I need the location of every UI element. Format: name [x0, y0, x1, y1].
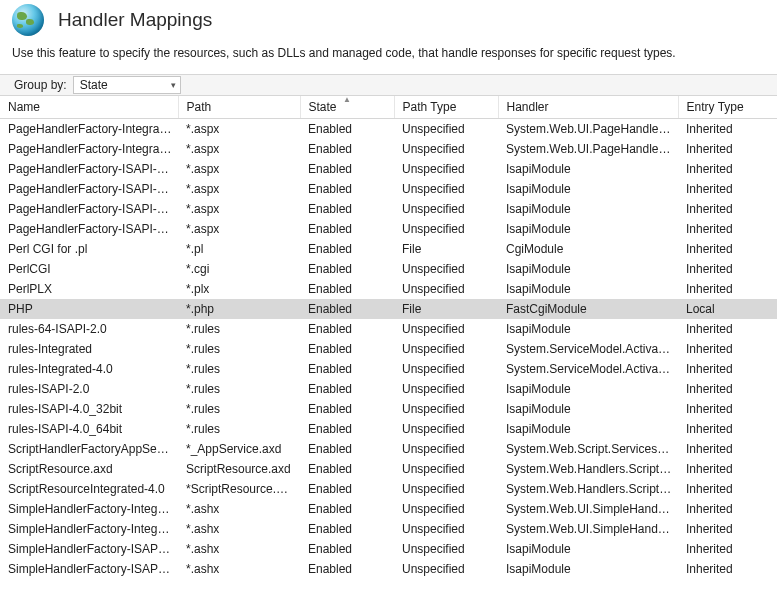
cell-pathtype: Unspecified [394, 259, 498, 279]
cell-pathtype: Unspecified [394, 379, 498, 399]
table-row[interactable]: SimpleHandlerFactory-ISAPI-2.0*.ashxEnab… [0, 539, 777, 559]
cell-state: Enabled [300, 119, 394, 139]
sort-asc-icon: ▲ [343, 96, 351, 104]
cell-path: *.rules [178, 339, 300, 359]
table-row[interactable]: PerlCGI*.cgiEnabledUnspecifiedIsapiModul… [0, 259, 777, 279]
column-header-path[interactable]: Path [178, 96, 300, 119]
cell-pathtype: Unspecified [394, 559, 498, 579]
cell-state: Enabled [300, 499, 394, 519]
cell-entrytype: Inherited [678, 479, 777, 499]
cell-path: *ScriptResource.axd [178, 479, 300, 499]
table-row[interactable]: rules-Integrated*.rulesEnabledUnspecifie… [0, 339, 777, 359]
table-row[interactable]: rules-ISAPI-4.0_32bit*.rulesEnabledUnspe… [0, 399, 777, 419]
cell-name: rules-Integrated-4.0 [0, 359, 178, 379]
cell-state: Enabled [300, 459, 394, 479]
cell-path: *.rules [178, 379, 300, 399]
cell-handler: System.Web.Script.Services.S... [498, 439, 678, 459]
cell-pathtype: Unspecified [394, 119, 498, 139]
cell-state: Enabled [300, 519, 394, 539]
cell-entrytype: Inherited [678, 519, 777, 539]
table-row[interactable]: rules-64-ISAPI-2.0*.rulesEnabledUnspecif… [0, 319, 777, 339]
table-row[interactable]: PageHandlerFactory-ISAPI-4.0...*.aspxEna… [0, 199, 777, 219]
cell-handler: IsapiModule [498, 259, 678, 279]
cell-name: SimpleHandlerFactory-Integra... [0, 499, 178, 519]
cell-path: *.aspx [178, 219, 300, 239]
column-header-pathtype[interactable]: Path Type [394, 96, 498, 119]
cell-handler: IsapiModule [498, 399, 678, 419]
cell-handler: IsapiModule [498, 319, 678, 339]
table-row[interactable]: PageHandlerFactory-Integrated*.aspxEnabl… [0, 119, 777, 139]
cell-path: *.ashx [178, 539, 300, 559]
cell-pathtype: Unspecified [394, 279, 498, 299]
cell-path: *.ashx [178, 519, 300, 539]
table-row[interactable]: rules-ISAPI-4.0_64bit*.rulesEnabledUnspe… [0, 419, 777, 439]
table-row[interactable]: SimpleHandlerFactory-ISAPI-2...*.ashxEna… [0, 559, 777, 579]
cell-pathtype: Unspecified [394, 179, 498, 199]
cell-pathtype: Unspecified [394, 519, 498, 539]
cell-entrytype: Inherited [678, 379, 777, 399]
cell-pathtype: Unspecified [394, 359, 498, 379]
cell-name: rules-64-ISAPI-2.0 [0, 319, 178, 339]
cell-name: ScriptHandlerFactoryAppServi... [0, 439, 178, 459]
cell-handler: System.Web.UI.SimpleHandle... [498, 499, 678, 519]
cell-path: *.pl [178, 239, 300, 259]
cell-path: *.rules [178, 319, 300, 339]
cell-state: Enabled [300, 559, 394, 579]
group-by-label: Group by: [14, 78, 67, 92]
table-row[interactable]: PageHandlerFactory-ISAPI-2.0...*.aspxEna… [0, 179, 777, 199]
cell-name: SimpleHandlerFactory-ISAPI-2.0 [0, 539, 178, 559]
cell-entrytype: Inherited [678, 319, 777, 339]
cell-name: rules-ISAPI-2.0 [0, 379, 178, 399]
table-row[interactable]: rules-ISAPI-2.0*.rulesEnabledUnspecified… [0, 379, 777, 399]
table-row[interactable]: ScriptResourceIntegrated-4.0*ScriptResou… [0, 479, 777, 499]
table-row[interactable]: PageHandlerFactory-Integrate...*.aspxEna… [0, 139, 777, 159]
cell-handler: System.ServiceModel.Activati... [498, 339, 678, 359]
cell-name: rules-ISAPI-4.0_32bit [0, 399, 178, 419]
column-header-state[interactable]: ▲State [300, 96, 394, 119]
group-by-select[interactable]: State ▾ [73, 76, 181, 94]
column-header-handler[interactable]: Handler [498, 96, 678, 119]
cell-name: rules-ISAPI-4.0_64bit [0, 419, 178, 439]
table-row[interactable]: ScriptResource.axdScriptResource.axdEnab… [0, 459, 777, 479]
cell-handler: IsapiModule [498, 559, 678, 579]
cell-handler: System.Web.Handlers.ScriptR... [498, 459, 678, 479]
cell-state: Enabled [300, 159, 394, 179]
cell-pathtype: Unspecified [394, 159, 498, 179]
cell-entrytype: Inherited [678, 219, 777, 239]
cell-path: *.ashx [178, 499, 300, 519]
cell-handler: CgiModule [498, 239, 678, 259]
cell-name: PerlCGI [0, 259, 178, 279]
table-row[interactable]: SimpleHandlerFactory-Integra...*.ashxEna… [0, 519, 777, 539]
table-row[interactable]: PageHandlerFactory-ISAPI-4.0...*.aspxEna… [0, 219, 777, 239]
column-header-name[interactable]: Name [0, 96, 178, 119]
cell-entrytype: Inherited [678, 439, 777, 459]
table-row[interactable]: PHP*.phpEnabledFileFastCgiModuleLocal [0, 299, 777, 319]
cell-state: Enabled [300, 539, 394, 559]
page-title: Handler Mappings [58, 9, 212, 31]
cell-entrytype: Inherited [678, 179, 777, 199]
cell-path: *.cgi [178, 259, 300, 279]
cell-state: Enabled [300, 259, 394, 279]
cell-pathtype: Unspecified [394, 499, 498, 519]
cell-state: Enabled [300, 439, 394, 459]
cell-pathtype: Unspecified [394, 199, 498, 219]
cell-path: *.rules [178, 399, 300, 419]
column-header-entrytype[interactable]: Entry Type [678, 96, 777, 119]
table-row[interactable]: rules-Integrated-4.0*.rulesEnabledUnspec… [0, 359, 777, 379]
cell-handler: IsapiModule [498, 419, 678, 439]
group-by-bar: Group by: State ▾ [0, 74, 777, 96]
cell-state: Enabled [300, 339, 394, 359]
cell-entrytype: Inherited [678, 359, 777, 379]
cell-handler: IsapiModule [498, 159, 678, 179]
cell-pathtype: Unspecified [394, 459, 498, 479]
cell-path: *.plx [178, 279, 300, 299]
cell-name: PerlPLX [0, 279, 178, 299]
table-row[interactable]: PageHandlerFactory-ISAPI-2.0*.aspxEnable… [0, 159, 777, 179]
table-row[interactable]: SimpleHandlerFactory-Integra...*.ashxEna… [0, 499, 777, 519]
table-row[interactable]: PerlPLX*.plxEnabledUnspecifiedIsapiModul… [0, 279, 777, 299]
cell-state: Enabled [300, 179, 394, 199]
table-row[interactable]: ScriptHandlerFactoryAppServi...*_AppServ… [0, 439, 777, 459]
cell-path: *.aspx [178, 179, 300, 199]
table-row[interactable]: Perl CGI for .pl*.plEnabledFileCgiModule… [0, 239, 777, 259]
cell-name: PageHandlerFactory-Integrate... [0, 139, 178, 159]
